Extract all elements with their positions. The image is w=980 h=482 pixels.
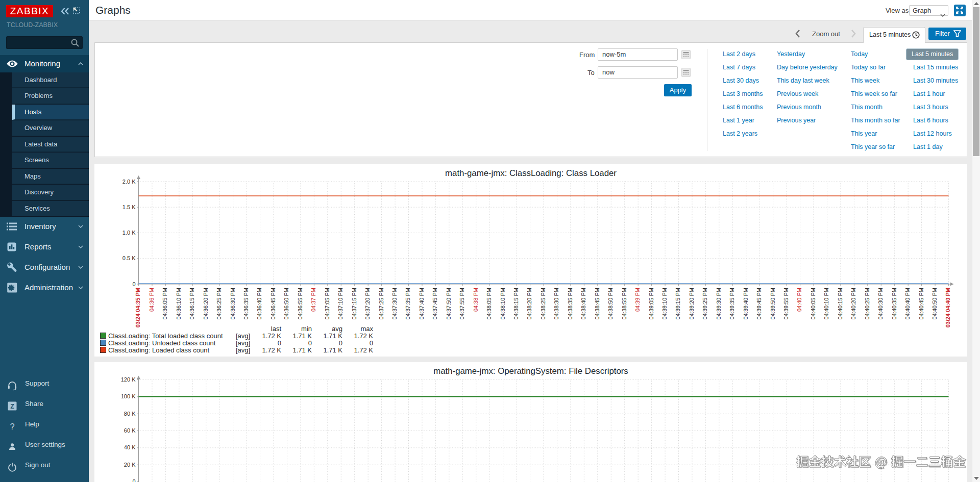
- svg-text:?: ?: [10, 422, 14, 431]
- svg-text:04:39:20 PM: 04:39:20 PM: [689, 288, 695, 319]
- svg-text:04:39:50 PM: 04:39:50 PM: [770, 288, 776, 319]
- svg-text:0: 0: [132, 281, 135, 287]
- svg-text:04:39:30 PM: 04:39:30 PM: [716, 288, 722, 319]
- svg-text:04:40:15 PM: 04:40:15 PM: [837, 288, 843, 319]
- svg-text:04:39:25 PM: 04:39:25 PM: [702, 288, 708, 319]
- svg-text:04:37:55 PM: 04:37:55 PM: [459, 288, 465, 319]
- svg-text:04:36:25 PM: 04:36:25 PM: [216, 288, 222, 319]
- svg-text:04:39:40 PM: 04:39:40 PM: [743, 288, 749, 319]
- svg-text:04:40:10 PM: 04:40:10 PM: [823, 288, 829, 319]
- svg-text:1.5 K: 1.5 K: [122, 204, 136, 210]
- svg-text:04:38 PM: 04:38 PM: [473, 288, 479, 312]
- svg-text:100 K: 100 K: [121, 393, 136, 399]
- svg-text:04:37:25 PM: 04:37:25 PM: [378, 288, 384, 319]
- svg-text:04:37:40 PM: 04:37:40 PM: [419, 288, 425, 319]
- svg-text:04:39:55 PM: 04:39:55 PM: [783, 288, 789, 319]
- svg-text:04:40:35 PM: 04:40:35 PM: [891, 288, 897, 319]
- svg-text:04:38:10 PM: 04:38:10 PM: [500, 288, 506, 319]
- svg-text:04:38:15 PM: 04:38:15 PM: [513, 288, 519, 319]
- svg-text:04:40:45 PM: 04:40:45 PM: [918, 288, 924, 319]
- svg-text:04:38:50 PM: 04:38:50 PM: [607, 288, 614, 319]
- svg-text:Z: Z: [10, 403, 14, 410]
- svg-text:04:39:10 PM: 04:39:10 PM: [662, 288, 668, 319]
- svg-text:04:38:40 PM: 04:38:40 PM: [580, 288, 586, 319]
- svg-text:04:38:45 PM: 04:38:45 PM: [594, 288, 600, 319]
- svg-text:04:37 PM: 04:37 PM: [310, 288, 316, 312]
- svg-text:04:38:05 PM: 04:38:05 PM: [486, 288, 492, 319]
- svg-text:04:36:50 PM: 04:36:50 PM: [283, 288, 289, 319]
- svg-text:04:40 PM: 04:40 PM: [796, 288, 802, 312]
- svg-text:04:37:20 PM: 04:37:20 PM: [364, 288, 371, 319]
- svg-text:04:40:30 PM: 04:40:30 PM: [877, 288, 884, 319]
- svg-text:04:37:10 PM: 04:37:10 PM: [337, 288, 344, 319]
- svg-text:04:39:35 PM: 04:39:35 PM: [729, 288, 735, 319]
- svg-text:04:40:05 PM: 04:40:05 PM: [810, 288, 816, 319]
- svg-text:04:36:05 PM: 04:36:05 PM: [162, 288, 168, 319]
- svg-text:04:37:35 PM: 04:37:35 PM: [405, 288, 411, 319]
- svg-text:04:37:45 PM: 04:37:45 PM: [432, 288, 438, 319]
- svg-text:04:39:15 PM: 04:39:15 PM: [675, 288, 681, 319]
- svg-text:04:36 PM: 04:36 PM: [149, 288, 155, 312]
- svg-text:03/24 04:35 PM: 03/24 04:35 PM: [135, 288, 141, 327]
- svg-text:04:39:05 PM: 04:39:05 PM: [648, 288, 654, 319]
- svg-text:04:36:45 PM: 04:36:45 PM: [270, 288, 276, 319]
- svg-text:04:36:15 PM: 04:36:15 PM: [189, 288, 195, 319]
- svg-text:2.0 K: 2.0 K: [122, 179, 136, 185]
- svg-text:04:37:15 PM: 04:37:15 PM: [351, 288, 357, 319]
- svg-text:60 K: 60 K: [124, 427, 136, 434]
- svg-text:04:36:10 PM: 04:36:10 PM: [176, 288, 182, 319]
- svg-text:04:38:30 PM: 04:38:30 PM: [553, 288, 559, 319]
- svg-text:04:37:50 PM: 04:37:50 PM: [446, 288, 452, 319]
- svg-text:04:39:45 PM: 04:39:45 PM: [756, 288, 762, 319]
- svg-text:04:36:40 PM: 04:36:40 PM: [256, 288, 262, 319]
- svg-text:20 K: 20 K: [124, 462, 136, 468]
- svg-text:04:37:30 PM: 04:37:30 PM: [391, 288, 398, 319]
- svg-text:40 K: 40 K: [124, 444, 136, 450]
- svg-text:1.0 K: 1.0 K: [122, 230, 136, 236]
- svg-text:0.5 K: 0.5 K: [122, 255, 136, 261]
- svg-text:0: 0: [132, 478, 135, 482]
- svg-text:04:38:35 PM: 04:38:35 PM: [567, 288, 573, 319]
- svg-text:04:36:30 PM: 04:36:30 PM: [230, 288, 236, 319]
- svg-text:04:40:40 PM: 04:40:40 PM: [904, 288, 911, 319]
- svg-text:04:40:20 PM: 04:40:20 PM: [850, 288, 856, 319]
- svg-text:04:37:05 PM: 04:37:05 PM: [324, 288, 330, 319]
- svg-text:04:38:20 PM: 04:38:20 PM: [526, 288, 532, 319]
- svg-text:04:38:25 PM: 04:38:25 PM: [540, 288, 546, 319]
- svg-text:04:36:55 PM: 04:36:55 PM: [297, 288, 303, 319]
- svg-text:04:40:50 PM: 04:40:50 PM: [932, 288, 938, 319]
- svg-text:04:36:20 PM: 04:36:20 PM: [203, 288, 209, 319]
- svg-text:80 K: 80 K: [124, 411, 136, 417]
- svg-text:03/24 04:40 PM: 03/24 04:40 PM: [945, 288, 951, 327]
- svg-text:04:36:35 PM: 04:36:35 PM: [243, 288, 249, 319]
- svg-text:04:40:25 PM: 04:40:25 PM: [864, 288, 870, 319]
- svg-text:04:39 PM: 04:39 PM: [634, 288, 641, 312]
- svg-text:04:38:55 PM: 04:38:55 PM: [621, 288, 627, 319]
- svg-text:120 K: 120 K: [121, 376, 136, 383]
